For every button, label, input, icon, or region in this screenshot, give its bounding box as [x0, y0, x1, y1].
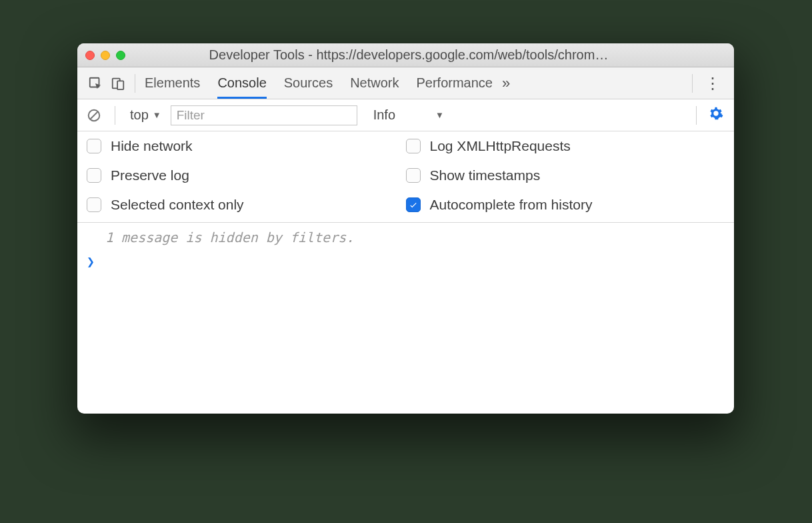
- console-toolbar: top ▼ Info ▼: [77, 99, 734, 131]
- console-prompt[interactable]: ❯: [87, 253, 725, 270]
- inspect-element-icon[interactable]: [84, 72, 107, 95]
- checkbox[interactable]: [406, 139, 421, 153]
- option-label: Selected context only: [111, 197, 244, 213]
- option-label: Log XMLHttpRequests: [430, 138, 571, 154]
- checkbox[interactable]: [87, 139, 101, 153]
- devtools-tabbar: Elements Console Sources Network Perform…: [77, 67, 734, 99]
- separator: [692, 74, 693, 93]
- log-level-label: Info: [373, 107, 395, 123]
- option-label: Preserve log: [111, 167, 189, 183]
- option-autocomplete-history[interactable]: Autocomplete from history: [406, 197, 725, 213]
- checkbox[interactable]: [87, 197, 101, 212]
- panel-tabs: Elements Console Sources Network Perform…: [141, 67, 497, 99]
- separator: [135, 74, 135, 93]
- chevron-down-icon: ▼: [435, 110, 444, 120]
- checkbox[interactable]: [406, 197, 421, 212]
- hidden-messages-notice: 1 message is hidden by filters.: [87, 229, 725, 245]
- tab-performance[interactable]: Performance: [417, 67, 493, 99]
- option-show-timestamps[interactable]: Show timestamps: [406, 167, 725, 183]
- separator: [115, 106, 115, 125]
- console-settings-icon[interactable]: [709, 106, 726, 124]
- console-settings-panel: Hide network Log XMLHttpRequests Preserv…: [77, 131, 734, 223]
- checkbox[interactable]: [87, 168, 101, 183]
- window-title: Developer Tools - https://developers.goo…: [91, 47, 726, 63]
- log-level-selector[interactable]: Info ▼: [373, 107, 444, 123]
- more-tabs-icon[interactable]: »: [497, 75, 515, 92]
- context-selector[interactable]: top ▼: [127, 107, 164, 123]
- clear-console-icon[interactable]: [85, 107, 103, 124]
- separator: [696, 106, 697, 125]
- option-hide-network[interactable]: Hide network: [87, 138, 406, 154]
- tab-elements[interactable]: Elements: [145, 67, 200, 99]
- tab-sources[interactable]: Sources: [284, 67, 333, 99]
- device-toolbar-icon[interactable]: [107, 72, 129, 95]
- option-label: Show timestamps: [430, 167, 541, 183]
- option-preserve-log[interactable]: Preserve log: [87, 167, 406, 183]
- chevron-down-icon: ▼: [153, 110, 161, 120]
- context-label: top: [130, 107, 149, 123]
- checkbox[interactable]: [406, 168, 421, 183]
- window-titlebar: Developer Tools - https://developers.goo…: [77, 43, 734, 67]
- console-output: 1 message is hidden by filters. ❯: [77, 223, 734, 414]
- option-label: Autocomplete from history: [430, 197, 593, 213]
- filter-input[interactable]: [171, 105, 357, 125]
- option-label: Hide network: [111, 138, 193, 154]
- svg-line-4: [91, 111, 98, 119]
- tab-console[interactable]: Console: [217, 67, 266, 99]
- option-selected-context-only[interactable]: Selected context only: [87, 197, 406, 213]
- tab-network[interactable]: Network: [350, 67, 399, 99]
- devtools-window: Developer Tools - https://developers.goo…: [77, 43, 734, 414]
- devtools-menu-icon[interactable]: ⋮: [698, 74, 727, 93]
- svg-rect-2: [117, 81, 123, 89]
- option-log-xhr[interactable]: Log XMLHttpRequests: [406, 138, 725, 154]
